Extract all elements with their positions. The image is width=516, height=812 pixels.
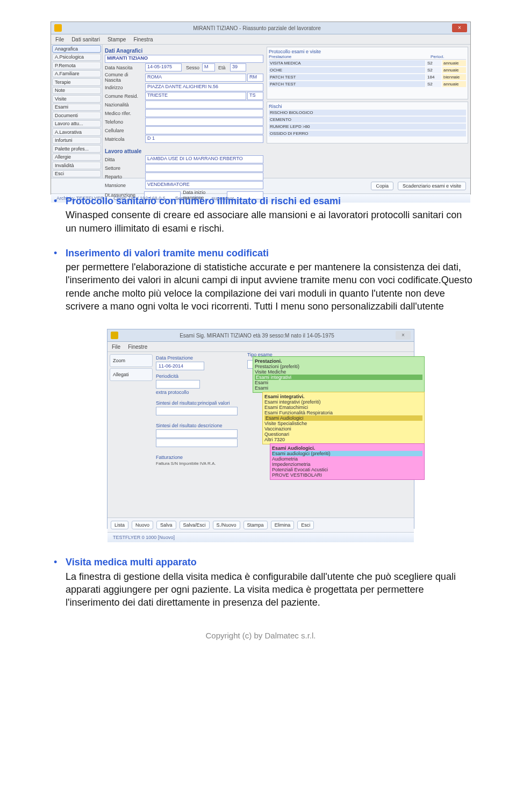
- menu-item[interactable]: Potenziali Evocati Acustici: [272, 467, 422, 472]
- nuovo-button[interactable]: Nuovo: [132, 521, 153, 529]
- popup-header: Esami Audiologici.: [272, 445, 422, 451]
- reparto-field[interactable]: [145, 173, 263, 181]
- indirizzo-field[interactable]: PIAZZA DANTE ALIGHIERI N.56: [145, 83, 263, 91]
- menu-item[interactable]: Audiometria: [272, 456, 422, 462]
- sidebar-item[interactable]: A.Lavorativa: [52, 128, 101, 136]
- lista-button[interactable]: Lista: [111, 521, 128, 529]
- table-row: PATCH TEST184biennale: [269, 74, 466, 81]
- sidebar-item[interactable]: Visite: [52, 95, 101, 103]
- close-icon[interactable]: ×: [396, 331, 411, 340]
- menu-item[interactable]: Esami integrativi: [255, 375, 422, 380]
- menu-item[interactable]: Visite Specialistiche: [264, 421, 422, 426]
- periodicita-field[interactable]: [156, 380, 200, 389]
- sidebar-item[interactable]: Terapie: [52, 78, 101, 86]
- menu-file[interactable]: File: [112, 344, 120, 350]
- sidebar-item[interactable]: A.Familiare: [52, 70, 101, 78]
- menu-stampe[interactable]: Stampe: [108, 37, 126, 42]
- sidebar-item[interactable]: Palette profes...: [52, 145, 101, 153]
- sesso-field[interactable]: M: [202, 63, 215, 71]
- menu-item[interactable]: Esami Audiologici: [264, 415, 422, 421]
- sidebar-item[interactable]: Esami: [52, 104, 101, 111]
- copyright: Copyright (c) by Dalmatec s.r.l.: [48, 631, 473, 640]
- menu-finestre[interactable]: Finestre: [128, 344, 147, 350]
- cellulare-field[interactable]: [145, 126, 263, 134]
- comune-nascita-field[interactable]: ROMA: [145, 74, 246, 82]
- feature-list: Protocollo sanitario con numero illimita…: [48, 195, 473, 313]
- menu-item[interactable]: Visite Mediche: [255, 369, 422, 375]
- menu-finestra[interactable]: Finestra: [133, 37, 153, 42]
- menu-item[interactable]: Esami audiologici (preferiti): [272, 451, 422, 456]
- sidebar-item[interactable]: Infortuni: [52, 137, 101, 145]
- list-item: CEMENTO: [269, 116, 466, 123]
- settore-field[interactable]: [145, 164, 263, 172]
- window-title: MIRANTI TIZIANO - Riassunto parziale del…: [62, 25, 452, 31]
- medico-field[interactable]: [145, 109, 263, 117]
- sidebar-item-esci[interactable]: Esci: [52, 170, 101, 178]
- col-header: Prestazione: [269, 54, 431, 59]
- menu-item[interactable]: Esami: [255, 380, 422, 385]
- copia-button[interactable]: Copia: [371, 182, 393, 190]
- data-nascita-field[interactable]: 14-05-1975: [145, 63, 182, 71]
- sidebar-item[interactable]: Allergie: [52, 154, 101, 161]
- prov-field[interactable]: TS: [247, 92, 263, 100]
- table-row: PATCH TESTS2annuale: [269, 81, 466, 88]
- status-text: TESTFLYER 0 1000 [Nuovo]: [113, 535, 175, 540]
- menu-item[interactable]: Esami integrativi (preferiti): [264, 399, 422, 405]
- menu-item[interactable]: Esami Ematochimici: [264, 405, 422, 410]
- menu-dati-sanitari[interactable]: Dati sanitari: [71, 37, 100, 42]
- ditta-field[interactable]: LAMBDA USE DI LO MARRANO ERBERTO: [145, 155, 263, 163]
- sidebar-item[interactable]: Lavoro attu...: [52, 120, 101, 128]
- comune-resid-field[interactable]: TRIESTE: [145, 92, 246, 100]
- name-field[interactable]: MIRANTI TIZIANO: [105, 55, 263, 63]
- label: Indirizzo: [105, 85, 145, 90]
- table-row: OCHES2annuale: [269, 67, 466, 74]
- box-label: Protocollo esami e visite: [269, 49, 466, 54]
- menu-item[interactable]: Prestazioni (preferiti): [255, 364, 422, 369]
- scadenziario-button[interactable]: Scadenziario esami e visite: [398, 182, 466, 190]
- data-prestazione-field[interactable]: 11-06-2014: [156, 362, 204, 370]
- menu-item[interactable]: Questionari: [264, 432, 422, 437]
- salva-esci-button[interactable]: Salva/Esci: [180, 521, 210, 529]
- sidebar-item[interactable]: Note: [52, 87, 101, 95]
- stampa-button[interactable]: Stampa: [243, 521, 268, 529]
- close-icon[interactable]: ×: [452, 24, 467, 32]
- eta-field[interactable]: 39: [230, 63, 246, 71]
- label: Mansione: [105, 183, 145, 188]
- rischi-box: Rischi RISCHIO BIOLOGICO CEMENTO RUMORE …: [267, 102, 468, 143]
- nazionalita-field[interactable]: [145, 100, 263, 109]
- menu-bar: File Dati sanitari Stampe Finestra: [51, 34, 470, 45]
- s-nuovo-button[interactable]: S./Nuovo: [213, 521, 240, 529]
- table-row: VISITA MEDICAS2annuale: [269, 60, 466, 67]
- window-title: Esami Sig. MIRANTI TIZIANO età 39 sesso:…: [118, 333, 396, 339]
- zoom-button[interactable]: Zoom: [110, 354, 153, 367]
- sintesi-desc-field[interactable]: [156, 439, 238, 447]
- esci-button[interactable]: Esci: [297, 521, 314, 529]
- menu-item[interactable]: Vaccinazioni: [264, 426, 422, 432]
- sintesi-desc-field[interactable]: [156, 429, 238, 438]
- menu-item[interactable]: PROVE VESTIBOLARI: [272, 472, 422, 478]
- mansione-field[interactable]: VENDEMMIATORE: [145, 181, 263, 189]
- sidebar-item-anagrafica[interactable]: Anagrafica: [52, 45, 101, 53]
- feature-title: Inserimento di valori tramite menu codif…: [66, 248, 269, 258]
- telefono-field[interactable]: [145, 118, 263, 126]
- menu-item[interactable]: Altri 7320: [264, 437, 422, 442]
- salva-button[interactable]: Salva: [156, 521, 176, 529]
- elimina-button[interactable]: Elimina: [271, 521, 295, 529]
- matricola-field[interactable]: D 1: [145, 135, 263, 143]
- menu-file[interactable]: File: [55, 37, 64, 42]
- sintesi-valori-field[interactable]: [156, 407, 238, 415]
- sidebar-item[interactable]: Documenti: [52, 112, 101, 119]
- cell: 184: [426, 74, 441, 80]
- sidebar-item[interactable]: A.Psicologica: [52, 54, 101, 61]
- cell: OSSIDO DI FERRO: [269, 131, 466, 136]
- allegati-button[interactable]: Allegati: [110, 368, 153, 381]
- sidebar-item[interactable]: Invalidità: [52, 162, 101, 169]
- label: Comune Resid.: [105, 94, 145, 99]
- sidebar-item[interactable]: P.Remota: [52, 62, 101, 69]
- menu-item[interactable]: Esami Funzionalità Respiratoria: [264, 410, 422, 415]
- prov-field[interactable]: RM: [247, 74, 263, 82]
- feature-item: Visita medica multi apparato La finestra…: [48, 556, 473, 609]
- screenshot-riassunto: MIRANTI TIZIANO - Riassunto parziale del…: [51, 21, 471, 195]
- menu-item[interactable]: Esami: [255, 385, 422, 391]
- menu-item[interactable]: Impedenziometria: [272, 462, 422, 467]
